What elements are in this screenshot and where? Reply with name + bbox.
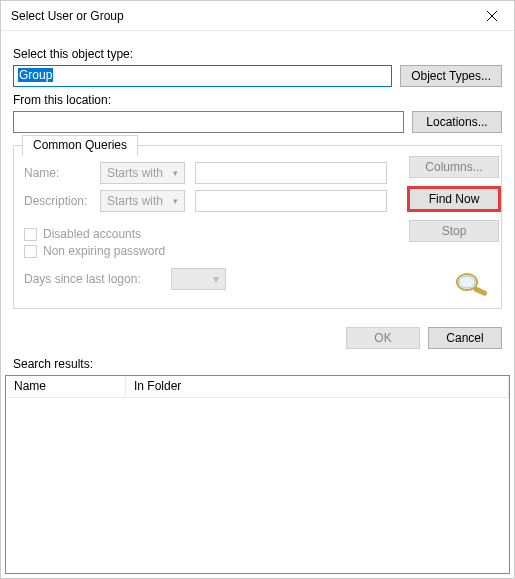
close-button[interactable] (469, 1, 514, 31)
description-input (195, 190, 387, 212)
location-label: From this location: (13, 93, 502, 107)
name-mode-value: Starts with (107, 166, 163, 180)
checkbox-icon (24, 245, 37, 258)
search-results-label: Search results: (1, 357, 514, 375)
object-type-label: Select this object type: (13, 47, 502, 61)
find-now-button[interactable]: Find Now (409, 188, 499, 210)
column-in-folder[interactable]: In Folder (126, 376, 509, 397)
search-icon (451, 268, 491, 298)
stop-button: Stop (409, 220, 499, 242)
chevron-down-icon: ▾ (173, 196, 178, 206)
object-types-button[interactable]: Object Types... (400, 65, 502, 87)
non-expiring-checkbox: Non expiring password (24, 244, 387, 258)
dialog-window: Select User or Group Select this object … (0, 0, 515, 579)
svg-point-3 (459, 276, 475, 288)
chevron-down-icon: ▾ (213, 272, 219, 286)
locations-button[interactable]: Locations... (412, 111, 502, 133)
name-input (195, 162, 387, 184)
object-type-input[interactable]: Group (13, 65, 392, 87)
non-expiring-label: Non expiring password (43, 244, 165, 258)
chevron-down-icon: ▾ (173, 168, 178, 178)
description-mode-value: Starts with (107, 194, 163, 208)
titlebar: Select User or Group (1, 1, 514, 31)
name-label: Name: (24, 166, 90, 180)
description-mode-combo: Starts with ▾ (100, 190, 185, 212)
results-list: Name In Folder (5, 375, 510, 574)
close-icon (487, 11, 497, 21)
columns-button: Columns... (409, 156, 499, 178)
ok-button: OK (346, 327, 420, 349)
tab-common-queries[interactable]: Common Queries (22, 135, 138, 156)
name-mode-combo: Starts with ▾ (100, 162, 185, 184)
object-type-value: Group (18, 68, 53, 82)
disabled-accounts-checkbox: Disabled accounts (24, 227, 387, 241)
disabled-accounts-label: Disabled accounts (43, 227, 141, 241)
checkbox-icon (24, 228, 37, 241)
description-label: Description: (24, 194, 90, 208)
common-queries-group: Common Queries Name: Starts with ▾ Descr… (13, 145, 502, 309)
days-since-logon-combo: ▾ (171, 268, 226, 290)
results-header: Name In Folder (6, 376, 509, 398)
days-since-logon-label: Days since last logon: (24, 272, 141, 286)
column-name[interactable]: Name (6, 376, 126, 397)
window-title: Select User or Group (11, 9, 469, 23)
location-input[interactable] (13, 111, 404, 133)
svg-rect-4 (473, 286, 488, 296)
content-area: Select this object type: Group Object Ty… (1, 31, 514, 323)
cancel-button[interactable]: Cancel (428, 327, 502, 349)
results-body[interactable] (6, 398, 509, 573)
